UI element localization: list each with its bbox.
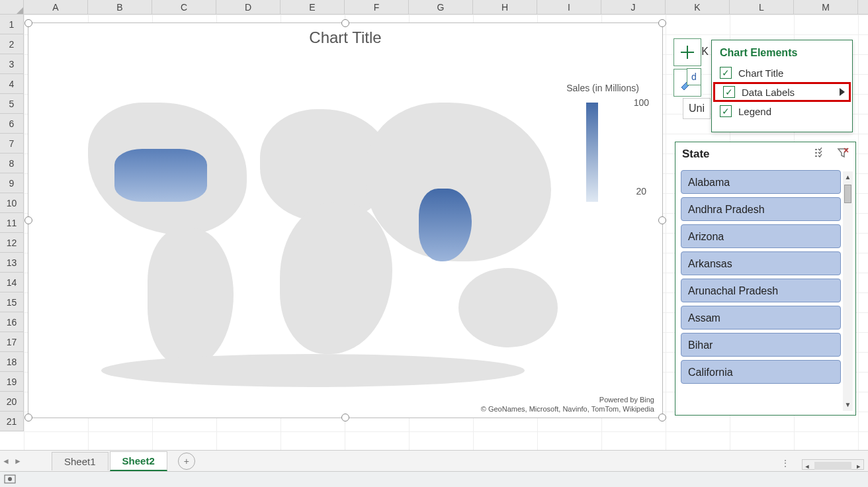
resize-handle[interactable] xyxy=(658,414,666,421)
popup-title: Chart Elements xyxy=(712,40,852,63)
checkbox-checked-icon[interactable] xyxy=(720,105,732,117)
row-header[interactable]: 4 xyxy=(0,74,23,94)
svg-marker-0 xyxy=(17,7,23,14)
row-header[interactable]: 21 xyxy=(0,412,23,431)
tab-nav-next[interactable]: ► xyxy=(12,457,24,466)
multiselect-icon[interactable] xyxy=(814,148,828,161)
column-header[interactable]: C xyxy=(152,0,216,15)
slicer-item[interactable]: Assam xyxy=(681,306,841,330)
row-header[interactable]: 15 xyxy=(0,292,23,312)
row-header[interactable]: 19 xyxy=(0,372,23,392)
scroll-up-icon[interactable]: ▲ xyxy=(843,171,853,183)
popup-item-label: Chart Title xyxy=(738,67,783,79)
column-header[interactable]: J xyxy=(601,0,666,15)
column-header[interactable]: K xyxy=(666,0,730,15)
column-header-row: A B C D E F G H I J K L M xyxy=(0,0,868,15)
resize-handle[interactable] xyxy=(658,19,666,27)
slicer-item[interactable]: Alabama xyxy=(681,170,841,194)
resize-handle[interactable] xyxy=(341,19,349,27)
world-map-plot-area[interactable] xyxy=(62,76,571,394)
row-header[interactable]: 11 xyxy=(0,213,23,233)
svg-point-7 xyxy=(8,477,12,481)
column-header[interactable]: D xyxy=(216,0,281,15)
slicer-item[interactable]: Arunachal Pradesh xyxy=(681,279,841,302)
row-header[interactable]: 20 xyxy=(0,392,23,412)
column-header[interactable]: F xyxy=(345,0,409,15)
slicer-item[interactable]: Bihar xyxy=(681,333,841,357)
popup-item-legend[interactable]: Legend xyxy=(712,101,852,121)
popup-item-label: Legend xyxy=(738,106,771,117)
slicer-item[interactable]: California xyxy=(681,360,841,384)
resize-handle[interactable] xyxy=(658,216,666,224)
row-header[interactable]: 1 xyxy=(0,15,23,34)
slicer-item[interactable]: Arizona xyxy=(681,224,841,248)
row-header[interactable]: 17 xyxy=(0,332,23,352)
partial-cell-uni: Uni xyxy=(683,98,711,119)
plus-icon xyxy=(679,44,696,61)
column-header[interactable]: M xyxy=(794,0,858,15)
slicer-item-list: Alabama Andhra Pradesh Arizona Arkansas … xyxy=(681,170,841,412)
tab-options-icon[interactable]: ⋮ xyxy=(781,458,791,468)
tab-sheet2[interactable]: Sheet2 xyxy=(110,451,167,471)
column-header[interactable]: H xyxy=(473,0,537,15)
map-chart-object[interactable]: Chart Title Sales (in Millions) 100 20 P… xyxy=(28,22,663,418)
state-slicer[interactable]: State Alabama Andhra Pradesh Arizona Ark… xyxy=(675,142,856,416)
scroll-thumb[interactable] xyxy=(844,185,851,203)
record-macro-icon[interactable] xyxy=(4,474,16,484)
select-all-corner[interactable] xyxy=(0,0,24,15)
resize-handle[interactable] xyxy=(341,414,349,421)
legend-min: 20 xyxy=(634,186,649,197)
scroll-thumb[interactable] xyxy=(814,462,851,470)
column-header[interactable]: B xyxy=(88,0,152,15)
row-header[interactable]: 2 xyxy=(0,34,23,54)
checkbox-checked-icon[interactable] xyxy=(723,86,735,98)
tab-sheet1[interactable]: Sheet1 xyxy=(52,452,108,470)
scroll-right-icon[interactable]: ► xyxy=(854,463,863,470)
row-header-column: 1 2 3 4 5 6 7 8 9 10 11 12 13 14 15 16 1… xyxy=(0,15,24,431)
row-header[interactable]: 5 xyxy=(0,94,23,114)
row-header[interactable]: 14 xyxy=(0,273,23,292)
resize-handle[interactable] xyxy=(24,216,32,224)
column-header[interactable]: A xyxy=(24,0,88,15)
column-header[interactable]: I xyxy=(537,0,601,15)
status-bar xyxy=(0,471,868,487)
clear-filter-icon[interactable] xyxy=(837,148,849,161)
row-header[interactable]: 13 xyxy=(0,253,23,273)
partial-cell-d: d xyxy=(687,68,701,85)
column-header[interactable]: G xyxy=(409,0,473,15)
submenu-arrow-icon[interactable] xyxy=(840,88,845,96)
slicer-item[interactable]: Arkansas xyxy=(681,251,841,275)
tab-nav-prev[interactable]: ◄ xyxy=(0,457,12,466)
popup-item-chart-title[interactable]: Chart Title xyxy=(712,63,852,83)
horizontal-scrollbar[interactable]: ◄ ► xyxy=(802,459,864,470)
row-header[interactable]: 12 xyxy=(0,233,23,253)
row-header[interactable]: 9 xyxy=(0,173,23,193)
chart-title[interactable]: Chart Title xyxy=(28,28,662,47)
row-header[interactable]: 18 xyxy=(0,352,23,372)
resize-handle[interactable] xyxy=(24,414,32,421)
legend-gradient-bar xyxy=(586,103,598,202)
checkbox-checked-icon[interactable] xyxy=(720,67,732,79)
column-header[interactable]: E xyxy=(281,0,345,15)
resize-handle[interactable] xyxy=(24,19,32,27)
map-attribution: Powered by Bing © GeoNames, Microsoft, N… xyxy=(481,395,654,414)
row-header[interactable]: 16 xyxy=(0,312,23,332)
popup-item-label: Data Labels xyxy=(742,87,795,98)
row-header[interactable]: 6 xyxy=(0,114,23,134)
us-data-region xyxy=(114,149,207,202)
legend-max: 100 xyxy=(634,97,649,108)
sheet-tab-bar: ◄ ► Sheet1 Sheet2 + xyxy=(0,450,868,471)
popup-item-data-labels[interactable]: Data Labels xyxy=(713,82,851,102)
scroll-left-icon[interactable]: ◄ xyxy=(803,463,812,470)
chart-elements-button[interactable]: K xyxy=(673,38,701,66)
new-sheet-button[interactable]: + xyxy=(178,453,195,470)
slicer-title: State xyxy=(682,148,710,161)
row-header[interactable]: 3 xyxy=(0,54,23,74)
column-header[interactable]: L xyxy=(730,0,794,15)
row-header[interactable]: 7 xyxy=(0,134,23,154)
row-header[interactable]: 10 xyxy=(0,193,23,213)
slicer-scrollbar[interactable]: ▲ ▼ xyxy=(843,171,853,411)
row-header[interactable]: 8 xyxy=(0,154,23,173)
slicer-item[interactable]: Andhra Pradesh xyxy=(681,197,841,221)
scroll-down-icon[interactable]: ▼ xyxy=(843,399,853,411)
